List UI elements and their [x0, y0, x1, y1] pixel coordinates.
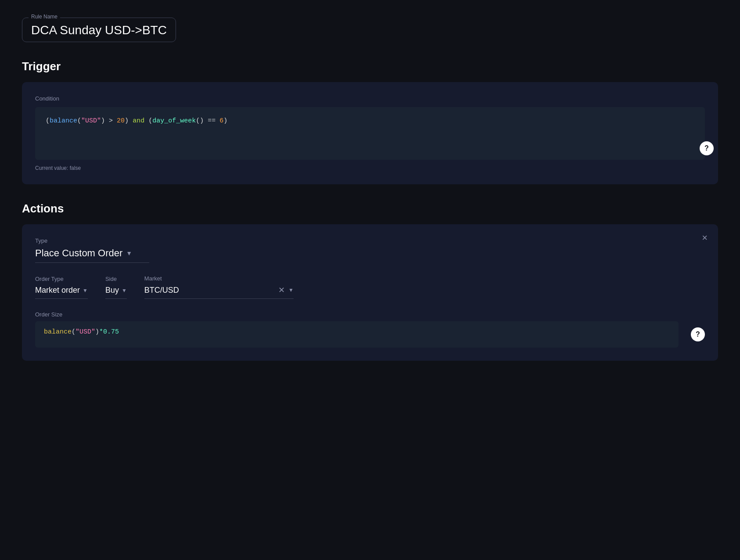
trigger-help-icon[interactable]: ?: [700, 141, 714, 155]
order-size-label: Order Size: [35, 311, 705, 318]
side-arrow: ▼: [122, 287, 127, 294]
market-label: Market: [144, 275, 294, 282]
market-input-row[interactable]: BTC/USD ✕ ▼: [144, 285, 294, 299]
condition-label: Condition: [35, 95, 705, 102]
trigger-section-title: Trigger: [22, 60, 718, 73]
order-size-row: Order Size balance("USD")*0.75 ?: [35, 311, 705, 348]
rule-name-field[interactable]: Rule Name DCA Sunday USD->BTC: [22, 18, 176, 42]
code-and-keyword: and: [133, 117, 144, 125]
type-dropdown-arrow: ▼: [126, 250, 132, 257]
current-value-text: Current value: false: [35, 165, 705, 171]
rule-name-section: Rule Name DCA Sunday USD->BTC: [22, 18, 718, 42]
code-space1: [129, 117, 133, 125]
code-paren-close2: ): [223, 117, 227, 125]
code-paren-open: (: [46, 117, 50, 125]
code-paren-os1: (: [72, 328, 75, 336]
code-gt-operator: >: [105, 117, 117, 125]
type-row: Type Place Custom Order ▼: [35, 237, 705, 263]
side-label: Side: [105, 276, 127, 282]
action-close-button[interactable]: ×: [702, 233, 708, 243]
market-group: Market BTC/USD ✕ ▼: [144, 275, 294, 299]
code-space2: [144, 117, 148, 125]
order-type-arrow: ▼: [83, 287, 88, 294]
code-paren-balance-open: (: [77, 117, 81, 125]
code-paren-os2: ): [95, 328, 99, 336]
side-value: Buy: [105, 286, 119, 295]
condition-code-block[interactable]: (balance("USD") > 20) and (day_of_week()…: [35, 107, 705, 160]
order-type-group: Order Type Market order ▼: [35, 276, 88, 299]
actions-section: Actions × Type Place Custom Order ▼ Orde…: [22, 202, 718, 361]
side-select[interactable]: Buy ▼: [105, 286, 127, 299]
code-balance-yellow: balance: [44, 328, 72, 336]
code-dayofweek-func: day_of_week: [152, 117, 196, 125]
type-dropdown-value: Place Custom Order: [35, 248, 122, 259]
market-dropdown-arrow[interactable]: ▼: [288, 287, 294, 293]
order-type-select[interactable]: Market order ▼: [35, 286, 88, 299]
rule-name-value: DCA Sunday USD->BTC: [31, 23, 167, 37]
type-label: Type: [35, 237, 705, 244]
rule-name-label: Rule Name: [29, 14, 60, 20]
code-paren-open2: (: [148, 117, 152, 125]
side-group: Side Buy ▼: [105, 276, 127, 299]
page-container: Rule Name DCA Sunday USD->BTC Trigger Co…: [0, 0, 740, 396]
code-multiply: *: [99, 328, 103, 336]
trigger-section: Trigger Condition (balance("USD") > 20) …: [22, 60, 718, 184]
condition-code-line: (balance("USD") > 20) and (day_of_week()…: [46, 116, 694, 126]
code-eqeq: ==: [204, 117, 219, 125]
order-size-code-block[interactable]: balance("USD")*0.75: [35, 321, 679, 348]
action-card: × Type Place Custom Order ▼ Order Type M…: [22, 224, 718, 361]
code-usd-pink: "USD": [75, 328, 95, 336]
code-number-6: 6: [219, 117, 223, 125]
code-usd-string: "USD": [81, 117, 101, 125]
code-paren-balance-close: ): [101, 117, 105, 125]
fields-row: Order Type Market order ▼ Side Buy ▼: [35, 275, 705, 299]
type-dropdown[interactable]: Place Custom Order ▼: [35, 248, 149, 263]
market-value: BTC/USD: [144, 286, 275, 295]
trigger-card: Condition (balance("USD") > 20) and (day…: [22, 82, 718, 184]
order-type-label: Order Type: [35, 276, 88, 282]
code-number-20: 20: [117, 117, 125, 125]
code-point75: 0.75: [103, 328, 119, 336]
market-clear-button[interactable]: ✕: [278, 285, 285, 295]
order-type-value: Market order: [35, 286, 80, 295]
actions-section-title: Actions: [22, 202, 718, 215]
code-paren-dow-open: (): [196, 117, 204, 125]
code-balance-func: balance: [50, 117, 77, 125]
code-paren-close1: ): [125, 117, 129, 125]
order-size-help-icon[interactable]: ?: [691, 327, 705, 341]
